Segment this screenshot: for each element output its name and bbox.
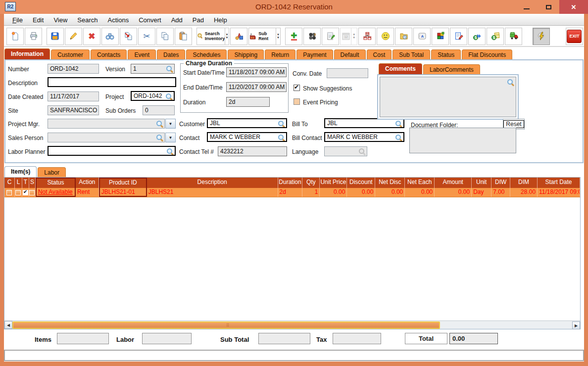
number-field[interactable]: ORD-1042 [48,64,99,74]
sub-rent-button[interactable]: Sub Rent ▼▼ [248,28,281,45]
tab-customer[interactable]: Customer [51,49,90,60]
col-description[interactable]: Description [147,178,278,188]
row-qty-cell[interactable]: 1 [302,188,320,197]
site-field[interactable]: SANFRANCISCO [48,105,99,115]
col-s[interactable]: S [29,178,36,188]
search-inventory-dropdown[interactable]: ▼▼ [225,28,229,45]
find-button[interactable] [101,28,119,45]
paste-button[interactable] [175,28,192,45]
totals-tax-field[interactable] [333,333,381,344]
send-dollar-button[interactable]: $ [468,28,486,45]
col-qty[interactable]: Qty [302,178,320,188]
col-unit[interactable]: Unit [472,178,491,188]
comments-field[interactable] [380,77,516,117]
scroll-right-arrow[interactable]: ▶ [572,321,580,329]
scroll-left-arrow[interactable]: ◀ [4,321,12,329]
sub-rent-dropdown[interactable]: ▼▼ [276,28,281,45]
group-options-button[interactable]: ? [303,28,321,45]
row-net-disc-cell[interactable]: 0.00 [375,188,405,197]
show-suggestions-checkbox[interactable] [294,85,300,91]
row-checkbox-l[interactable] [15,190,21,195]
edit-button[interactable] [65,28,82,45]
tab-payment[interactable]: Payment [296,49,333,60]
tab-flat-discounts[interactable]: Flat Discounts [462,49,512,60]
start-datetime-field[interactable]: 11/18/2017 09:00 AM [226,67,287,77]
tab-contacts[interactable]: Contacts [91,49,127,60]
notes-button[interactable] [322,28,339,45]
menu-search[interactable]: Search [73,15,102,25]
tab-status[interactable]: Status [431,49,461,60]
description-field[interactable] [48,77,176,87]
date-created-field[interactable]: 11/17/2017 [48,92,99,101]
col-dim[interactable]: DIM [510,178,538,188]
contact-field[interactable]: MARK C WEBBER [207,132,287,142]
menu-edit[interactable]: Edit [28,15,48,25]
products-button[interactable] [230,28,247,45]
totals-items-field[interactable] [57,333,109,344]
row-amount-cell[interactable]: 0.00 [435,188,472,197]
project-search-icon[interactable] [166,93,172,100]
row-unit-price-cell[interactable]: 0.00 [320,188,347,197]
color-blocks-button[interactable] [432,28,449,45]
tab-sub-total[interactable]: Sub Total [392,49,430,60]
add-item-button[interactable]: ✚ [285,28,302,45]
menu-add[interactable]: Add [167,15,187,25]
save-button[interactable] [47,28,64,45]
delete-button[interactable]: ✖ [83,28,100,45]
col-net-disc[interactable]: Net Disc [375,178,405,188]
tab-labor[interactable]: Labor [38,167,66,178]
row-net-each-cell[interactable]: 0.00 [405,188,435,197]
end-datetime-field[interactable]: 11/20/2017 09:00 AM [226,82,287,92]
customer-search-icon[interactable] [278,121,285,127]
quick-action-button[interactable] [533,28,550,45]
minimize-button[interactable] [516,0,538,14]
row-status-cell[interactable]: Not Available [36,188,76,197]
copy-button[interactable] [156,28,174,45]
maximize-button[interactable] [538,0,559,14]
col-start-date[interactable]: Start Date [538,178,580,188]
menu-pad[interactable]: Pad [188,15,208,25]
row-diw-cell[interactable]: 7.00 [491,188,510,197]
version-search-icon[interactable] [166,66,173,72]
row-checkbox-s[interactable] [29,190,35,195]
tab-labor-comments[interactable]: LaborComments [423,64,480,75]
tab-information[interactable]: Information [4,48,50,60]
customer-field[interactable]: JBL [207,118,287,128]
project-mgr-dropdown[interactable]: ▼ [165,119,176,129]
cut-button[interactable]: ✂ [138,28,155,45]
totals-sub-total-field[interactable] [258,333,310,344]
row-checkbox-s-cell[interactable] [29,188,36,197]
bill-to-field[interactable]: JBL [324,118,404,128]
row-discount-cell[interactable]: 0.00 [347,188,375,197]
menu-view[interactable]: View [49,15,72,25]
col-diw[interactable]: DIW [491,178,510,188]
event-pricing-checkbox[interactable] [294,98,300,105]
contact-tel-field[interactable]: 4232212 [218,146,287,156]
contact-smiley-button[interactable] [377,28,394,45]
tab-schedules[interactable]: Schedules [186,49,227,60]
sales-person-field[interactable] [48,133,165,142]
tab-cost[interactable]: Cost [367,49,392,60]
delivery-truck-button[interactable] [505,28,522,45]
totals-labor-field[interactable] [142,333,192,344]
language-field[interactable] [324,146,367,156]
project-mgr-field[interactable] [48,119,165,129]
table-row[interactable]: Not Available Rent JBLHS21-01 JBLHS21 2d… [4,188,580,197]
tab-comments[interactable]: Comments [379,63,422,75]
col-unit-price[interactable]: Unit Price [320,178,347,188]
calendar-dropdown[interactable]: ▼▼ [351,28,356,45]
copy-transfer-button[interactable] [120,28,137,45]
edit-document-button[interactable] [450,28,467,45]
search-inventory-button[interactable]: Search Inventory ▼▼ [196,28,229,45]
folder-history-button[interactable] [395,28,412,45]
row-checkbox-t[interactable] [23,190,28,195]
row-action-cell[interactable]: Rent [76,188,99,197]
totals-total-field[interactable]: 0.00 [449,333,498,344]
menu-help[interactable]: Help [209,15,232,25]
col-status[interactable]: Status [36,178,76,188]
col-amount[interactable]: Amount [435,178,472,188]
bill-contact-field[interactable]: MARK C WEBBER [324,132,404,142]
col-net-each[interactable]: Net Each [405,178,435,188]
sales-person-dropdown[interactable]: ▼ [165,133,176,142]
tab-dates[interactable]: Dates [157,49,185,60]
